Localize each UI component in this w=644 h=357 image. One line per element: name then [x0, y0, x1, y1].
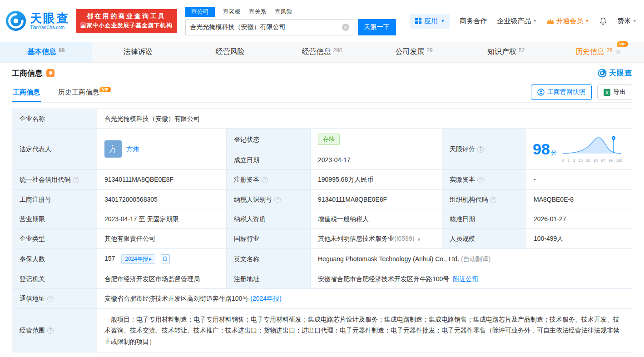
field-label-tax-quality: 纳税人资质 — [227, 209, 311, 229]
field-label-english-name: 英文名称 — [227, 248, 311, 269]
tab-count: 26 — [607, 47, 613, 54]
export-button[interactable]: X 导出 — [597, 84, 632, 100]
snapshot-person-icon — [537, 89, 545, 96]
help-icon[interactable]: ? — [477, 177, 484, 183]
field-label-paid-capital: 实缴资本? — [442, 170, 526, 189]
help-icon[interactable]: ? — [262, 177, 268, 183]
chevron-down-icon[interactable]: ∨ — [417, 236, 421, 242]
tab-label: 经营风险 — [215, 47, 244, 57]
tab-label: 知识产权 — [487, 47, 516, 57]
legal-rep-avatar[interactable]: 方 — [104, 140, 122, 158]
main-nav-tabs: 基本信息68 法律诉讼 经营风险 经营信息290 公司发展29 知识产权52 历… — [0, 42, 644, 63]
promo-line1: 都在用的商业查询工具 — [80, 12, 173, 20]
annual-report-link[interactable]: (2024年报) — [250, 295, 281, 302]
search-tab-boss[interactable]: 查老板 — [223, 8, 241, 16]
score-value: 98分 — [533, 141, 557, 157]
search-button[interactable]: 天眼一下 — [358, 19, 396, 35]
tab-history-info[interactable]: 历史信息 26 VIP ⊘ — [552, 42, 644, 62]
annual-report-badge[interactable]: 2024年报▸ — [121, 254, 155, 264]
tab-label: 经营信息 — [302, 47, 331, 57]
field-value-insured-count: 157 2024年报▸ — [97, 248, 227, 269]
vip-badge: VIP — [617, 41, 628, 47]
official-snapshot-button[interactable]: 工商官网快照 — [531, 84, 592, 100]
field-value-company-name: 合光光掩模科技（安徽）有限公司 — [97, 109, 632, 129]
table-row: 登记机关 合肥市经济开发区市场监督管理局 注册地址 安徽省合肥市合肥经济技术开发… — [12, 269, 632, 289]
tab-count: 68 — [59, 47, 64, 54]
tianyancha-logo-icon — [598, 69, 607, 78]
tab-legal-litigation[interactable]: 法律诉讼 — [92, 42, 184, 62]
field-label-staff-size: 人员规模 — [442, 229, 526, 248]
tab-operation-risk[interactable]: 经营风险 — [184, 42, 276, 62]
legal-rep-name-link[interactable]: 方炜 — [126, 144, 139, 154]
tab-count: 52 — [519, 47, 525, 54]
help-icon[interactable]: ? — [47, 327, 54, 334]
search-input[interactable] — [190, 24, 342, 31]
field-label-mail-address: 通信地址? — [12, 289, 97, 308]
search-box[interactable]: ✕ — [185, 19, 354, 35]
tianyancha-logo[interactable]: 天眼查 TianYanCha.com — [5, 10, 69, 31]
field-value-paid-capital: - — [526, 170, 632, 189]
user-menu[interactable]: 费米 ▼ — [617, 17, 637, 25]
tab-count: 290 — [333, 47, 342, 54]
subscribe-bell-icon[interactable] — [46, 69, 54, 77]
watermark-text: 天眼查 — [609, 69, 632, 78]
tab-operation-info[interactable]: 经营信息290 — [276, 42, 368, 62]
arrow-right-icon: ▸ — [149, 255, 152, 263]
logo-domain: TianYanCha.com — [30, 25, 69, 30]
tab-company-development[interactable]: 公司发展29 — [368, 42, 460, 62]
help-icon[interactable]: ? — [490, 197, 496, 203]
table-row: 统一社会信用代码? 91340111MA8QBE0E8F 注册资本? 19099… — [12, 170, 632, 189]
nearby-companies-link[interactable]: 附近公司 — [453, 275, 478, 283]
watermark-logo: 天眼查 — [598, 69, 632, 78]
table-row: 企业名称 合光光掩模科技（安徽）有限公司 — [12, 109, 632, 129]
crown-icon — [547, 18, 554, 24]
nav-vip-label: 开通会员 — [556, 17, 583, 25]
insured-count: 157 — [104, 255, 115, 262]
business-info-table: 企业名称 合光光掩模科技（安徽）有限公司 法定代表人 方 方炜 登记状态 存续 … — [12, 109, 632, 352]
help-icon[interactable]: ? — [274, 197, 281, 203]
search-tab-risk[interactable]: 查风险 — [275, 8, 292, 16]
social-insurance-icon[interactable] — [161, 254, 170, 263]
header-nav: 应用 ▼ 商务合作 企业级产品 ▼ 开通会员 ▼ 费米 ▼ — [410, 14, 637, 29]
field-label-business-scope: 经营范围? — [12, 308, 97, 352]
field-value-reg-no: 340172000568305 — [97, 189, 227, 209]
subtab-business-info[interactable]: 工商信息 — [12, 88, 41, 102]
caret-down-icon: ▼ — [533, 19, 537, 23]
nav-enterprise-products[interactable]: 企业级产品 ▼ — [497, 17, 537, 25]
subtabs-row: 工商信息 历史工商信息 VIP 工商官网快照 X 导出 — [12, 84, 632, 103]
hide-icon[interactable]: ⊘ — [616, 49, 621, 55]
field-value-company-type: 其他有限责任公司 — [97, 229, 227, 248]
field-value-tax-quality: 增值税一般纳税人 — [311, 209, 442, 229]
score-label: 天眼评分 — [450, 145, 475, 153]
search-tab-company[interactable]: 查公司 — [185, 7, 215, 17]
vip-badge: VIP — [99, 87, 111, 92]
field-value-reg-capital: 190995.68万人民币 — [311, 170, 442, 189]
search-area: 查公司 查老板 查关系 查风险 ✕ 天眼一下 — [185, 7, 396, 35]
help-icon[interactable]: ? — [477, 146, 484, 153]
tab-intellectual-property[interactable]: 知识产权52 — [460, 42, 552, 62]
subtab-history-business-info[interactable]: 历史工商信息 VIP — [57, 88, 100, 102]
export-label: 导出 — [613, 88, 626, 96]
tab-basic-info[interactable]: 基本信息68 — [0, 42, 92, 62]
table-row: 营业期限 2023-04-17 至 无固定期限 纳税人资质 增值税一般纳税人 核… — [12, 209, 632, 229]
field-label-company-name: 企业名称 — [12, 109, 97, 129]
search-tab-relation[interactable]: 查关系 — [249, 8, 267, 16]
excel-icon: X — [604, 89, 610, 96]
notification-bell-icon[interactable] — [599, 17, 607, 25]
apps-grid-icon — [415, 18, 421, 24]
apps-menu[interactable]: 应用 ▼ — [410, 14, 450, 29]
nav-open-vip[interactable]: 开通会员 ▼ — [547, 17, 589, 25]
table-row: 参保人数 157 2024年报▸ 英文名称 Heguang Photomask … — [12, 248, 632, 269]
clear-icon[interactable]: ✕ — [342, 24, 349, 31]
tianyancha-logo-icon — [5, 10, 26, 31]
top-header: 天眼查 TianYanCha.com 都在用的商业查询工具 国家中小企业发展子基… — [0, 0, 644, 42]
field-value-english-name: Heguang Photomask Technology (Anhui) Co.… — [311, 248, 632, 269]
help-icon[interactable]: ? — [73, 177, 79, 183]
table-row: 法定代表人 方 方炜 登记状态 存续 天眼评分? — [12, 129, 632, 150]
status-badge: 存续 — [318, 134, 340, 145]
field-value-score: 98分 0131550859799100 — [526, 129, 632, 170]
field-value-credit-code: 91340111MA8QBE0E8F — [97, 170, 227, 189]
nav-business-cooperation[interactable]: 商务合作 — [460, 17, 487, 25]
help-icon[interactable]: ? — [47, 296, 54, 302]
field-value-term: 2023-04-17 至 无固定期限 — [97, 209, 227, 229]
